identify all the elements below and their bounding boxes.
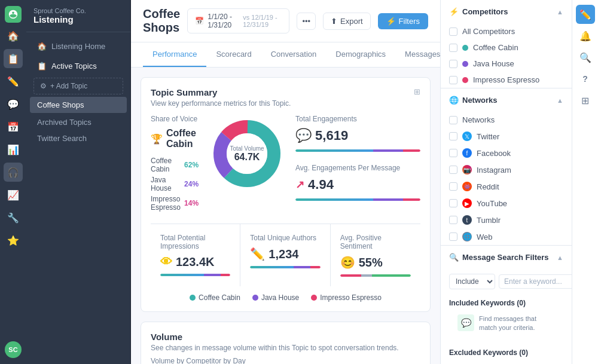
web-label: Web: [477, 233, 493, 241]
add-topic-button[interactable]: ⚙ + Add Topic: [33, 78, 123, 94]
competitor-impresso[interactable]: Impresso Espresso: [441, 72, 572, 88]
nav-inbox-icon[interactable]: 💬: [4, 94, 23, 114]
sov-items: Coffee Cabin 62% Java House 24% Impresso…: [151, 157, 199, 212]
reddit-label: Reddit: [477, 182, 499, 191]
legend-dot-impresso: [311, 295, 317, 301]
search-button[interactable]: 🔍: [576, 48, 595, 67]
java-house-dot: [462, 61, 468, 67]
tumblr-checkbox[interactable]: [449, 216, 457, 224]
competitors-section: ⚡ Competitors ▲ All Competitors Coffee C…: [441, 0, 572, 88]
more-options-button[interactable]: •••: [297, 13, 316, 30]
sidebar-active-topics-label: Active Topics: [51, 62, 97, 71]
competitor-coffee-cabin[interactable]: Coffee Cabin: [441, 39, 572, 56]
grid-view-button[interactable]: ⊞: [576, 91, 595, 110]
all-networks-checkbox[interactable]: [449, 116, 457, 124]
all-competitors-label: All Competitors: [462, 27, 515, 36]
sov-item-java-house: Java House 24%: [151, 176, 199, 192]
impresso-checkbox[interactable]: [449, 76, 457, 84]
competitors-header[interactable]: ⚡ Competitors ▲: [441, 0, 572, 23]
all-competitors-checkbox[interactable]: [449, 27, 457, 36]
edit-profile-button[interactable]: ✏️: [576, 5, 595, 24]
sidebar-item-coffee-shops[interactable]: Coffee Shops: [30, 97, 127, 113]
export-label: Export: [340, 17, 363, 26]
instagram-icon: 📷: [462, 165, 472, 175]
help-button[interactable]: ?: [576, 69, 595, 88]
filters-icon: ⚡: [386, 17, 396, 26]
donut-label-text: Total Volume: [230, 145, 264, 152]
filters-button[interactable]: ⚡ Filters: [378, 13, 428, 29]
competitor-java-house[interactable]: Java House: [441, 56, 572, 72]
network-youtube[interactable]: ▶ YouTube: [441, 195, 572, 212]
sidebar-item-active-topics[interactable]: 📋 Active Topics: [30, 57, 127, 75]
nav-home-icon[interactable]: 🏠: [4, 26, 23, 45]
tab-performance[interactable]: Performance: [143, 42, 206, 67]
sov-java-house-pct: 24%: [184, 180, 199, 188]
sidebar-item-listening-home[interactable]: 🏠 Listening Home: [30, 37, 127, 56]
competitors-chevron-icon: ▲: [557, 8, 563, 16]
twitter-checkbox[interactable]: [449, 132, 457, 140]
listening-home-icon: 🏠: [37, 42, 47, 51]
right-panel: ⚡ Competitors ▲ All Competitors Coffee C…: [440, 0, 572, 364]
competitors-icon: ⚡: [449, 7, 459, 16]
right-icons-panel: ✏️ 🔔 🔍 ? ⊞: [572, 0, 598, 364]
tab-conversation[interactable]: Conversation: [261, 42, 327, 67]
sov-impresso-name: Impresso Espresso: [151, 195, 181, 212]
networks-header[interactable]: 🌐 Networks ▲: [441, 88, 572, 112]
add-icon: ⚙: [40, 82, 47, 90]
network-web[interactable]: 🌐 Web: [441, 228, 572, 245]
instagram-checkbox[interactable]: [449, 166, 457, 174]
date-range-selector[interactable]: 📅 1/1/20 - 1/31/20 vs 12/1/19 - 12/31/19: [187, 8, 289, 33]
youtube-label: YouTube: [477, 199, 507, 208]
user-avatar[interactable]: SC: [5, 341, 22, 358]
impressions-stat: Total Potential Impressions 👁 123.4K: [151, 224, 240, 286]
nav-calendar-icon[interactable]: 📅: [4, 117, 23, 136]
instagram-label: Instagram: [477, 166, 511, 175]
network-instagram[interactable]: 📷 Instagram: [441, 161, 572, 178]
export-button[interactable]: ⬆ Export: [323, 13, 371, 30]
sidebar-item-archived-topics[interactable]: Archived Topics: [30, 114, 127, 130]
sov-item-coffee-cabin: Coffee Cabin 62%: [151, 157, 199, 173]
youtube-checkbox[interactable]: [449, 199, 457, 207]
nav-topics-icon[interactable]: 📋: [4, 49, 23, 68]
donut-total-value: 64.7K: [230, 152, 264, 163]
included-keywords-hint: Find messages that match your criteria.: [479, 314, 555, 333]
nav-listening-icon[interactable]: 🎧: [4, 163, 23, 182]
tab-messages[interactable]: Messages: [395, 42, 440, 67]
sentiment-stat: Avg. Positive Sentiment 😊 55%: [331, 224, 420, 286]
keyword-input[interactable]: [499, 274, 572, 289]
java-house-label: Java House: [473, 59, 514, 68]
nav-star-icon[interactable]: ⭐: [4, 231, 23, 250]
nav-tools-icon[interactable]: 🔧: [4, 208, 23, 227]
legend-impresso-label: Impresso Espresso: [320, 293, 382, 302]
app-logo[interactable]: [5, 6, 22, 23]
included-keywords-hint-row: 💬 Find messages that match your criteria…: [449, 311, 563, 339]
coffee-cabin-label: Coffee Cabin: [473, 43, 518, 52]
coffee-cabin-checkbox[interactable]: [449, 44, 457, 52]
network-tumblr[interactable]: t Tumblr: [441, 212, 572, 228]
nav-compose-icon[interactable]: ✏️: [4, 72, 23, 91]
facebook-checkbox[interactable]: [449, 149, 457, 157]
youtube-icon: ▶: [462, 198, 472, 208]
stats-row: Total Potential Impressions 👁 123.4K Tot…: [151, 224, 420, 286]
nav-analytics-icon[interactable]: 📊: [4, 140, 23, 159]
competitor-all[interactable]: All Competitors: [441, 23, 572, 39]
reddit-checkbox[interactable]: [449, 182, 457, 191]
network-twitter[interactable]: 𝕏 Twitter: [441, 128, 572, 145]
tab-scorecard[interactable]: Scorecard: [206, 42, 261, 67]
tab-demographics[interactable]: Demographics: [326, 42, 395, 67]
sidebar-item-twitter-search[interactable]: Twitter Search: [30, 130, 127, 146]
add-topic-label: + Add Topic: [50, 82, 87, 90]
tumblr-icon: t: [462, 215, 472, 225]
table-view-icon[interactable]: ⊞: [414, 87, 420, 96]
notifications-button[interactable]: 🔔: [576, 26, 595, 45]
message-search-filters-header[interactable]: 🔍 Message Search Filters ▲: [441, 246, 572, 269]
sidebar: Sprout Coffee Co. Listening 🏠 Listening …: [26, 0, 131, 364]
web-checkbox[interactable]: [449, 233, 457, 241]
include-select[interactable]: Include Exclude: [449, 274, 495, 289]
nav-reports-icon[interactable]: 📈: [4, 185, 23, 204]
network-facebook[interactable]: f Facebook: [441, 145, 572, 161]
network-reddit[interactable]: 👾 Reddit: [441, 178, 572, 195]
network-all[interactable]: Networks: [441, 112, 572, 128]
networks-section: 🌐 Networks ▲ Networks 𝕏 Twitter f Facebo…: [441, 88, 572, 246]
java-house-checkbox[interactable]: [449, 60, 457, 68]
